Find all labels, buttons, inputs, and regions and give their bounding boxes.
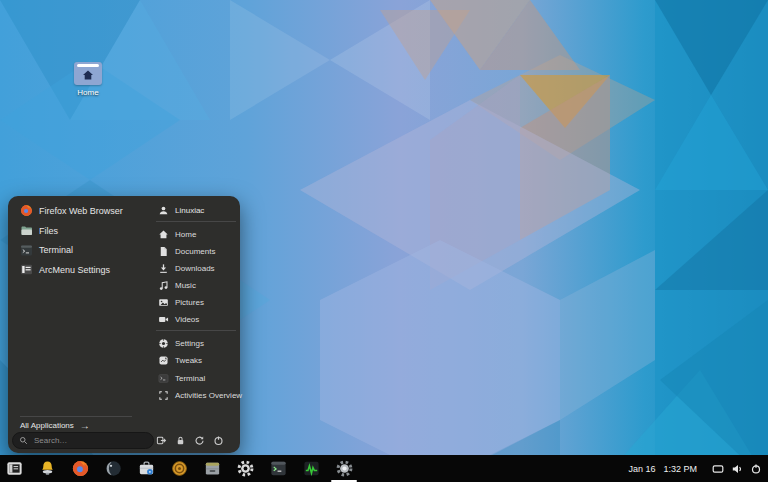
terminal-app-button[interactable] — [268, 459, 288, 479]
menu-item-user[interactable]: Linuxiac — [150, 201, 242, 219]
system-monitor-app-button[interactable] — [301, 459, 321, 479]
menu-item-label: Tweaks — [175, 356, 202, 365]
menu-item-label: Activities Overview — [175, 391, 242, 400]
volume-tray-button[interactable] — [730, 462, 744, 476]
system-tray — [711, 462, 763, 476]
menu-item-downloads[interactable]: Downloads — [150, 260, 242, 277]
menu-item-label: Home — [175, 230, 196, 239]
menu-item-label: Firefox Web Browser — [39, 206, 123, 216]
house-glyph-icon — [82, 70, 94, 80]
arcmenu-settings-icon — [20, 263, 33, 276]
divider — [156, 330, 236, 331]
places-shortcuts-list: Linuxiac Home Documents Downloads — [150, 201, 242, 404]
menu-item-label: Pictures — [175, 298, 204, 307]
time-label: 1:32 PM — [663, 464, 697, 474]
home-folder-icon — [74, 62, 102, 85]
menu-item-arcmenu-settings[interactable]: ArcMenu Settings — [12, 260, 146, 280]
taskbar-app-list — [4, 459, 354, 479]
menu-item-music[interactable]: Music — [150, 277, 242, 294]
menu-item-home[interactable]: Home — [150, 226, 242, 243]
restart-button[interactable] — [191, 432, 207, 448]
files-folder-icon — [20, 224, 33, 237]
picture-icon — [158, 297, 169, 308]
terminal-app-icon — [269, 459, 288, 478]
briefcase-lock-app-button[interactable] — [136, 459, 156, 479]
desktop-icon-label: Home — [68, 88, 108, 97]
log-out-button[interactable] — [153, 432, 169, 448]
date-label: Jan 16 — [628, 464, 655, 474]
power-icon — [750, 463, 762, 475]
power-off-button[interactable] — [210, 432, 226, 448]
display-icon — [712, 463, 724, 475]
menu-item-pictures[interactable]: Pictures — [150, 294, 242, 311]
menu-item-activities-overview[interactable]: Activities Overview — [150, 387, 242, 404]
menu-item-label: Terminal — [39, 245, 73, 255]
menu-item-terminal-shortcut[interactable]: Terminal — [150, 370, 242, 387]
tweaks-icon — [158, 355, 169, 366]
bell-app-icon — [38, 459, 57, 478]
running-app-indicator — [331, 480, 357, 482]
divider — [20, 416, 132, 417]
firefox-app-button[interactable] — [70, 459, 90, 479]
menu-item-firefox[interactable]: Firefox Web Browser — [12, 201, 146, 221]
coin-app-icon — [170, 459, 189, 478]
log-out-icon — [156, 435, 167, 446]
power-tray-button[interactable] — [749, 462, 763, 476]
menu-item-label: Files — [39, 226, 58, 236]
system-monitor-app-icon — [302, 459, 321, 478]
search-icon — [19, 436, 28, 445]
globe-app-icon — [104, 459, 123, 478]
taskbar: Jan 16 1:32 PM — [0, 455, 768, 482]
menu-item-videos[interactable]: Videos — [150, 311, 242, 328]
coin-app-button[interactable] — [169, 459, 189, 479]
arcmenu-launcher-button[interactable] — [4, 459, 24, 479]
lock-icon — [175, 435, 186, 446]
archive-drawer-app-button[interactable] — [202, 459, 222, 479]
menu-item-label: ArcMenu Settings — [39, 265, 110, 275]
desktop-icon-home[interactable]: Home — [68, 62, 108, 97]
menu-item-files[interactable]: Files — [12, 221, 146, 241]
menu-item-label: Videos — [175, 315, 199, 324]
home-icon — [158, 229, 169, 240]
document-icon — [158, 246, 169, 257]
settings-gear-app-icon — [236, 459, 255, 478]
user-name: Linuxiac — [175, 206, 204, 215]
user-icon — [158, 205, 169, 216]
settings-gear-app-button[interactable] — [235, 459, 255, 479]
menu-item-terminal[interactable]: Terminal — [12, 240, 146, 260]
menu-item-tweaks[interactable]: Tweaks — [150, 352, 242, 369]
gear-running-app-button[interactable] — [334, 459, 354, 479]
menu-item-settings[interactable]: Settings — [150, 335, 242, 352]
menu-item-label: Music — [175, 281, 196, 290]
download-icon — [158, 263, 169, 274]
restart-icon — [194, 435, 205, 446]
activities-overview-icon — [158, 390, 169, 401]
archive-drawer-app-icon — [203, 459, 222, 478]
all-applications-button[interactable]: All Applications → — [20, 418, 90, 432]
arcmenu-launcher-icon — [5, 459, 24, 478]
power-off-icon — [213, 435, 224, 446]
menu-item-label: Settings — [175, 339, 204, 348]
session-buttons — [153, 432, 226, 448]
display-tray-button[interactable] — [711, 462, 725, 476]
arrow-right-icon: → — [80, 420, 90, 431]
lock-button[interactable] — [172, 432, 188, 448]
menu-item-documents[interactable]: Documents — [150, 243, 242, 260]
divider — [156, 221, 236, 222]
all-applications-label: All Applications — [20, 421, 74, 430]
bell-app-button[interactable] — [37, 459, 57, 479]
settings-gear-icon — [158, 338, 169, 349]
clock-button[interactable]: Jan 16 1:32 PM — [626, 462, 699, 476]
terminal-icon — [20, 244, 33, 257]
video-camera-icon — [158, 314, 169, 325]
taskbar-right: Jan 16 1:32 PM — [626, 462, 763, 476]
gear-app-icon — [335, 459, 354, 478]
search-bar[interactable] — [12, 432, 154, 449]
terminal-icon — [158, 373, 169, 384]
search-input[interactable] — [32, 435, 147, 446]
globe-app-button[interactable] — [103, 459, 123, 479]
volume-icon — [731, 463, 743, 475]
firefox-app-icon — [71, 459, 90, 478]
music-note-icon — [158, 280, 169, 291]
arcmenu-panel: Firefox Web Browser Files Terminal ArcMe… — [8, 196, 240, 453]
